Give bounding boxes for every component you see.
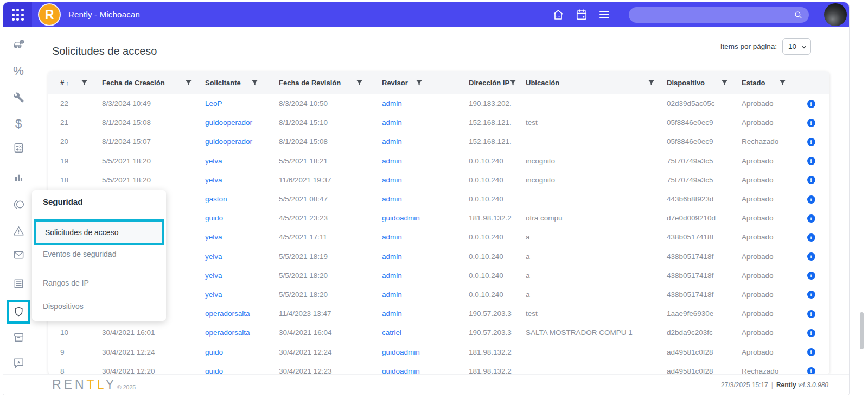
cell-solicitante[interactable]: guido [199,209,265,228]
filter-icon[interactable] [509,79,516,86]
info-icon[interactable]: i [807,157,815,165]
cell-solicitante[interactable]: LeoP [199,94,265,113]
cell-solicitante[interactable]: operadorsalta [199,304,265,323]
info-icon[interactable]: i [807,214,815,223]
menu-button[interactable] [598,8,611,21]
cell-revisor[interactable]: admin [369,152,429,171]
col-header-dispositivo[interactable]: Dispositivo [661,71,735,94]
filter-icon[interactable] [648,79,655,86]
cell-revisor[interactable]: catriel [369,323,429,342]
sidebar-item-news[interactable] [12,277,25,290]
sidebar-item-payments[interactable]: $ [12,117,25,130]
page-scrollbar[interactable] [860,312,864,349]
cell-solicitante[interactable]: operadorsalta [199,323,265,342]
info-icon[interactable]: i [807,233,815,242]
cell-solicitante[interactable]: yelva [199,285,265,304]
col-header-fecha-creacion[interactable]: Fecha de Creación [94,71,199,94]
search-input[interactable] [629,11,794,19]
cell-solicitante[interactable]: yelva [199,152,265,171]
cell-revisor[interactable]: admin [369,285,429,304]
cell-revisor[interactable]: admin [369,247,429,266]
cell-revisor[interactable]: admin [369,132,429,151]
col-header-solicitante[interactable]: Solicitante [199,71,265,94]
wordmark-letter: Y [106,377,117,392]
info-icon[interactable]: i [807,252,815,261]
col-header-ubicacion[interactable]: Ubicación [512,71,661,94]
cell-revised: 5/5/2021 18:20 [265,285,369,304]
cell-estado: Aprobado [735,152,793,171]
cell-revisor[interactable]: admin [369,94,429,113]
info-icon[interactable]: i [807,272,815,280]
menu-item-solicitudes-de-acceso[interactable]: Solicitudes de acceso [34,219,164,245]
filter-icon[interactable] [251,79,258,86]
cell-info: i [793,113,829,132]
app-grid-button[interactable] [3,2,32,27]
cell-solicitante[interactable]: guido [199,362,265,375]
menu-item-dispositivos[interactable]: Dispositivos [32,295,166,317]
cell-dispositivo: 1aae9fe6930e [661,304,735,323]
cell-solicitante[interactable]: yelva [199,228,265,247]
cell-solicitante[interactable]: guidooperador [199,113,265,132]
filter-icon[interactable] [356,79,363,86]
col-header-num[interactable]: #↑ [48,71,94,94]
rently-logo[interactable]: R [39,4,60,25]
cell-revisor[interactable]: admin [369,171,429,190]
cell-revisor[interactable]: guidoadmin [369,209,429,228]
items-per-page-select[interactable]: 10 [782,38,811,55]
filter-icon[interactable] [416,79,423,86]
cell-revisor[interactable]: admin [369,113,429,132]
info-icon[interactable]: i [807,195,815,204]
info-icon[interactable]: i [807,138,815,146]
sidebar-item-vehicle-alert[interactable] [12,37,25,50]
info-icon[interactable]: i [807,100,815,108]
filter-icon[interactable] [185,79,192,86]
menu-item-rangos-de-ip[interactable]: Rangos de IP [32,272,166,294]
col-header-revisor[interactable]: Revisor [369,71,429,94]
filter-icon[interactable] [81,79,88,86]
cell-revisor[interactable]: admin [369,190,429,209]
sidebar-item-alerts[interactable] [12,224,25,237]
search-icon[interactable] [794,10,803,20]
cell-solicitante[interactable]: gaston [199,190,265,209]
info-icon[interactable]: i [807,291,815,299]
col-header-direccion-ip[interactable]: Dirección IP [429,71,512,94]
sidebar-item-inventory[interactable] [12,331,25,344]
home-button[interactable] [552,8,565,21]
cell-solicitante[interactable]: yelva [199,247,265,266]
sidebar-item-messages[interactable] [12,248,25,261]
cell-num: 18 [48,171,94,190]
filter-icon[interactable] [721,79,728,86]
cell-revisor[interactable]: guidoadmin [369,342,429,361]
info-icon[interactable]: i [807,329,815,337]
info-icon[interactable]: i [807,176,815,184]
sidebar-item-feedback[interactable] [12,356,25,369]
info-icon[interactable]: i [807,310,815,318]
menu-item-eventos-de-seguridad[interactable]: Eventos de seguridad [32,243,166,265]
sidebar-item-reports[interactable] [12,171,25,184]
cell-revisor[interactable]: guidoadmin [369,362,429,375]
cell-solicitante[interactable]: guido [199,342,265,361]
search-bar[interactable] [629,7,809,23]
sidebar-item-tires[interactable] [12,198,25,211]
cell-dispositivo: 75f70749a3c5 [661,152,735,171]
calendar-button[interactable] [575,8,588,21]
user-avatar[interactable] [824,3,847,26]
sidebar-item-security[interactable] [7,300,30,324]
info-icon[interactable]: i [807,348,815,356]
sort-ascending-icon[interactable]: ↑ [66,80,69,86]
cell-solicitante[interactable]: guidooperador [199,132,265,151]
info-icon[interactable]: i [807,119,815,127]
cell-dispositivo: 438b0517418f [661,285,735,304]
sidebar-item-calculator[interactable] [12,141,25,154]
table-row: 1030/4/2021 16:01operadorsalta30/4/2021 … [48,323,829,342]
filter-icon[interactable] [779,79,786,86]
sidebar-item-discounts[interactable]: % [12,65,25,78]
cell-revisor[interactable]: admin [369,266,429,285]
cell-solicitante[interactable]: yelva [199,171,265,190]
cell-revisor[interactable]: admin [369,228,429,247]
cell-revisor[interactable]: admin [369,304,429,323]
col-header-fecha-revision[interactable]: Fecha de Revisión [265,71,369,94]
col-header-estado[interactable]: Estado [735,71,793,94]
sidebar-item-maintenance[interactable] [12,91,25,104]
cell-solicitante[interactable]: yelva [199,266,265,285]
